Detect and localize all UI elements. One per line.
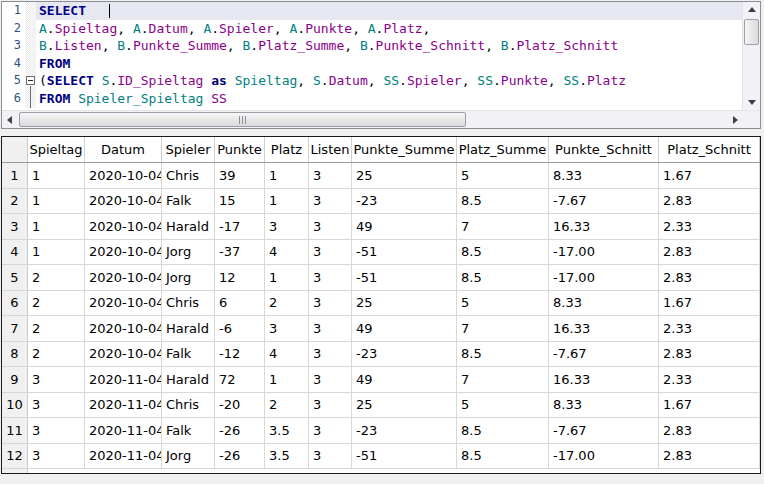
cell[interactable]: 8.5 <box>457 444 549 469</box>
cell[interactable]: 2020-10-04 <box>85 240 162 265</box>
cell[interactable]: 2.33 <box>659 367 760 392</box>
editor-line[interactable]: 1SELECT <box>2 2 742 20</box>
row-number[interactable]: 2 <box>2 189 28 214</box>
cell[interactable]: 3 <box>28 393 85 418</box>
cell[interactable]: 8.5 <box>457 240 549 265</box>
cell[interactable]: 3 <box>28 367 85 392</box>
cell[interactable]: Chris <box>162 291 215 316</box>
cell[interactable]: 2.83 <box>659 240 760 265</box>
row-number[interactable]: 10 <box>2 393 28 418</box>
editor-line[interactable]: 6FROM Spieler_Spieltag SS <box>2 90 742 108</box>
cell[interactable]: 2.33 <box>659 316 760 341</box>
column-header-punkte_schnitt[interactable]: Punkte_Schnitt <box>549 137 659 162</box>
cell[interactable]: 7 <box>457 214 549 239</box>
cell[interactable]: 2 <box>28 342 85 367</box>
cell[interactable]: 16.33 <box>549 367 659 392</box>
column-header-punkte_summe[interactable]: Punkte_Summe <box>352 137 457 162</box>
cell[interactable]: 3 <box>309 240 352 265</box>
code-line-text[interactable]: A.Spieltag, A.Datum, A.Spieler, A.Punkte… <box>36 20 742 38</box>
table-row[interactable]: 212020-10-04Falk1513-238.5-7.672.83 <box>2 189 760 215</box>
cell[interactable]: 2.83 <box>659 444 760 469</box>
cell[interactable]: 3 <box>28 418 85 443</box>
editor-line[interactable]: 5(SELECT S.ID_Spieltag as Spieltag, S.Da… <box>2 72 742 90</box>
table-row[interactable]: 312020-10-04Harald-173349716.332.33 <box>2 214 760 240</box>
cell[interactable]: 2 <box>265 291 309 316</box>
cell[interactable]: 5 <box>457 163 549 188</box>
cell[interactable]: 4 <box>265 342 309 367</box>
cell[interactable]: 25 <box>352 291 457 316</box>
cell[interactable]: 2020-10-04 <box>85 316 162 341</box>
cell[interactable]: 2 <box>28 265 85 290</box>
column-header-spieler[interactable]: Spieler <box>162 137 215 162</box>
table-row[interactable]: 1032020-11-04Chris-20232558.331.67 <box>2 393 760 419</box>
cell[interactable]: 1 <box>28 214 85 239</box>
column-header-punkte[interactable]: Punkte <box>215 137 265 162</box>
cell[interactable]: 2 <box>28 316 85 341</box>
editor-horizontal-scrollbar[interactable] <box>2 111 743 128</box>
cell[interactable]: -7.67 <box>549 418 659 443</box>
cell[interactable]: 1 <box>28 240 85 265</box>
cell[interactable]: 1 <box>265 265 309 290</box>
editor-line[interactable]: 4FROM <box>2 55 742 73</box>
cell[interactable]: Chris <box>162 163 215 188</box>
code-line-text[interactable]: FROM Spieler_Spieltag SS <box>36 90 742 108</box>
cell[interactable]: 5 <box>457 291 549 316</box>
scroll-down-button[interactable] <box>744 95 760 110</box>
minus-box-icon[interactable] <box>26 76 35 85</box>
row-number[interactable]: 3 <box>2 214 28 239</box>
cell[interactable]: 1 <box>265 367 309 392</box>
cell[interactable]: 1.67 <box>659 163 760 188</box>
code-line-text[interactable]: FROM <box>36 55 742 73</box>
cell[interactable]: 2020-11-04 <box>85 418 162 443</box>
cell[interactable]: -20 <box>215 393 265 418</box>
fold-collapse-icon[interactable] <box>25 72 36 90</box>
row-number[interactable]: 8 <box>2 342 28 367</box>
cell[interactable]: 49 <box>352 214 457 239</box>
cell[interactable]: 7 <box>457 367 549 392</box>
cell[interactable]: 7 <box>457 316 549 341</box>
cell[interactable]: Chris <box>162 393 215 418</box>
cell[interactable]: 3 <box>309 342 352 367</box>
cell[interactable]: 6 <box>215 291 265 316</box>
cell[interactable]: 1.67 <box>659 393 760 418</box>
code-line-text[interactable]: SELECT <box>36 2 742 20</box>
cell[interactable]: Jorg <box>162 265 215 290</box>
cell[interactable]: 3 <box>309 163 352 188</box>
row-number[interactable]: 1 <box>2 163 28 188</box>
row-number[interactable]: 12 <box>2 444 28 469</box>
cell[interactable]: -7.67 <box>549 342 659 367</box>
cell[interactable]: 3 <box>309 291 352 316</box>
cell[interactable]: 3 <box>309 214 352 239</box>
cell[interactable]: 16.33 <box>549 316 659 341</box>
vertical-scrollbar-thumb[interactable] <box>744 19 759 45</box>
row-number[interactable]: 5 <box>2 265 28 290</box>
line-number[interactable]: 6 <box>2 90 25 108</box>
line-number[interactable]: 4 <box>2 55 25 73</box>
cell[interactable]: 2.83 <box>659 418 760 443</box>
line-number[interactable]: 2 <box>2 20 25 38</box>
row-number[interactable]: 9 <box>2 367 28 392</box>
cell[interactable]: 3.5 <box>265 418 309 443</box>
cell[interactable]: 3 <box>265 316 309 341</box>
row-number[interactable]: 11 <box>2 418 28 443</box>
cell[interactable]: 72 <box>215 367 265 392</box>
cell[interactable]: -23 <box>352 189 457 214</box>
cell[interactable]: 3 <box>309 393 352 418</box>
editor-line[interactable]: 3B.Listen, B.Punkte_Summe, B.Platz_Summe… <box>2 37 742 55</box>
cell[interactable]: 3 <box>309 444 352 469</box>
cell[interactable]: 2020-10-04 <box>85 265 162 290</box>
cell[interactable]: -17.00 <box>549 265 659 290</box>
table-row[interactable]: 722020-10-04Harald-63349716.332.33 <box>2 316 760 342</box>
cell[interactable]: -23 <box>352 342 457 367</box>
cell[interactable]: 2.83 <box>659 265 760 290</box>
cell[interactable]: 2020-10-04 <box>85 189 162 214</box>
table-row[interactable]: 412020-10-04Jorg-3743-518.5-17.002.83 <box>2 240 760 266</box>
cell[interactable]: -51 <box>352 265 457 290</box>
cell[interactable]: -17.00 <box>549 240 659 265</box>
cell[interactable]: Falk <box>162 189 215 214</box>
cell[interactable]: Jorg <box>162 444 215 469</box>
cell[interactable]: 3 <box>309 265 352 290</box>
column-header-platz[interactable]: Platz <box>265 137 309 162</box>
cell[interactable]: 2020-10-04 <box>85 163 162 188</box>
cell[interactable]: 8.5 <box>457 265 549 290</box>
